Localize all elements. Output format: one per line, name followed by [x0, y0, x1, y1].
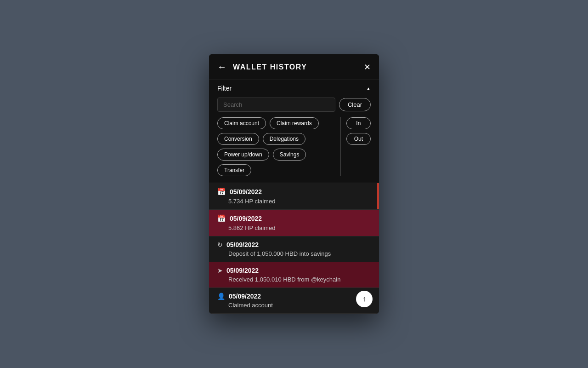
item-date: 05/09/2022 [226, 267, 259, 274]
item-description: 5.734 HP claimed [217, 198, 371, 205]
item-description: Claimed account [217, 302, 371, 309]
back-button[interactable]: ← [217, 62, 226, 72]
accent-bar [377, 183, 379, 209]
close-button[interactable]: ✕ [364, 62, 371, 72]
tag-in[interactable]: In [346, 117, 371, 129]
filter-toggle-icon[interactable]: ▲ [366, 86, 371, 91]
item-date-row: ➤ 05/09/2022 [217, 267, 371, 274]
item-date-row: 📅 05/09/2022 [217, 214, 371, 223]
tag-power-up-down[interactable]: Power up/down [217, 149, 269, 161]
account-icon: 👤 [217, 293, 225, 300]
transaction-item[interactable]: 👤 05/09/2022 Claimed account [209, 288, 379, 314]
tag-delegations[interactable]: Delegations [263, 133, 305, 145]
item-date: 05/09/2022 [226, 241, 259, 248]
tags-row-1: Claim account Claim rewards [217, 117, 335, 129]
tag-conversion[interactable]: Conversion [217, 133, 259, 145]
filter-tags-left: Claim account Claim rewards Conversion D… [217, 117, 335, 176]
filter-divider [340, 117, 341, 176]
item-date: 05/09/2022 [229, 293, 261, 300]
tag-claim-account[interactable]: Claim account [217, 117, 266, 129]
search-row: Clear [217, 98, 371, 112]
scroll-top-button[interactable]: ↑ [356, 291, 373, 307]
item-date: 05/09/2022 [230, 188, 262, 196]
item-date-row: ↻ 05/09/2022 [217, 241, 371, 248]
tag-out[interactable]: Out [346, 133, 371, 145]
wallet-history-modal: ← WALLET HISTORY ✕ Filter ▲ Clear Claim … [209, 54, 379, 314]
tag-transfer[interactable]: Transfer [217, 164, 251, 176]
transaction-item[interactable]: 📅 05/09/2022 5.862 HP claimed [209, 210, 379, 236]
tag-claim-rewards[interactable]: Claim rewards [270, 117, 319, 129]
transaction-list: 📅 05/09/2022 5.734 HP claimed 📅 05/09/20… [209, 183, 379, 314]
tags-row-3: Power up/down Savings [217, 149, 335, 161]
item-description: Deposit of 1,050.000 HBD into savings [217, 250, 371, 257]
search-input[interactable] [217, 98, 335, 112]
calendar-icon: 📅 [217, 188, 226, 196]
transaction-item[interactable]: ↻ 05/09/2022 Deposit of 1,050.000 HBD in… [209, 236, 379, 262]
filter-header: Filter ▲ [217, 85, 371, 92]
transaction-item[interactable]: 📅 05/09/2022 5.734 HP claimed [209, 183, 379, 210]
tags-row-2: Conversion Delegations [217, 133, 335, 145]
item-description: Received 1,050.010 HBD from @keychain [217, 276, 371, 283]
calendar-icon: 📅 [217, 214, 226, 223]
filter-section: Filter ▲ Clear Claim account Claim rewar… [209, 80, 379, 183]
clear-button[interactable]: Clear [339, 98, 371, 111]
item-date: 05/09/2022 [230, 215, 262, 222]
tags-container: Claim account Claim rewards Conversion D… [217, 117, 371, 176]
tags-row-4: Transfer [217, 164, 335, 176]
filter-label: Filter [217, 85, 232, 92]
item-date-row: 📅 05/09/2022 [217, 188, 371, 196]
transaction-item[interactable]: ➤ 05/09/2022 Received 1,050.010 HBD from… [209, 262, 379, 288]
savings-icon: ↻ [217, 241, 223, 248]
tag-savings[interactable]: Savings [273, 149, 306, 161]
direction-tags: In Out [346, 117, 371, 176]
transfer-icon: ➤ [217, 267, 223, 274]
modal-header: ← WALLET HISTORY ✕ [209, 54, 379, 80]
item-date-row: 👤 05/09/2022 [217, 293, 371, 300]
item-description: 5.862 HP claimed [217, 224, 371, 231]
modal-title: WALLET HISTORY [233, 63, 357, 71]
